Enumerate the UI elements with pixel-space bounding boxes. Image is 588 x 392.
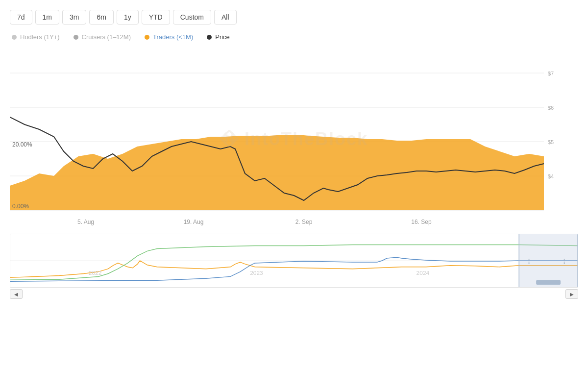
mini-chart[interactable]: 2022 2023 2024 ⁞ ⁞ — [10, 234, 578, 288]
cruisers-dot — [74, 35, 78, 40]
btn-7d[interactable]: 7d — [10, 10, 32, 24]
mini-chart-svg: 2022 2023 2024 ⁞ ⁞ — [10, 234, 578, 287]
traders-area — [10, 135, 544, 210]
price-label-4: $4 — [548, 173, 554, 179]
price-label-7: $7 — [548, 71, 554, 76]
legend-traders[interactable]: Traders (<1M) — [145, 33, 193, 41]
traders-dot — [145, 35, 149, 40]
btn-all[interactable]: All — [214, 10, 237, 24]
pct-label-20: 20.00% — [12, 141, 32, 148]
mini-year-2024: 2024 — [416, 270, 430, 277]
right-handle-icon[interactable]: ⁞ — [563, 257, 565, 266]
btn-6m[interactable]: 6m — [89, 10, 113, 24]
traders-label: Traders (<1M) — [153, 33, 193, 41]
time-range-selector: 7d 1m 3m 6m 1y YTD Custom All — [10, 10, 578, 24]
main-chart: 5. Aug 19. Aug 2. Sep 16. Sep 20.00% 0.0… — [10, 49, 578, 230]
nav-right-button[interactable]: ▶ — [565, 289, 578, 299]
bottom-handle[interactable] — [536, 280, 561, 285]
btn-custom[interactable]: Custom — [173, 10, 211, 24]
x-label-sep2: 2. Sep — [295, 219, 313, 225]
chart-nav: ◀ ▶ — [10, 289, 578, 299]
price-label: Price — [215, 33, 230, 41]
btn-1y[interactable]: 1y — [117, 10, 139, 24]
chart-legend: Hodlers (1Y+) Cruisers (1–12M) Traders (… — [10, 33, 578, 41]
btn-1m[interactable]: 1m — [35, 10, 59, 24]
legend-price[interactable]: Price — [207, 33, 230, 41]
legend-hodlers[interactable]: Hodlers (1Y+) — [12, 33, 60, 41]
legend-cruisers[interactable]: Cruisers (1–12M) — [74, 33, 131, 41]
mini-year-2022: 2022 — [89, 270, 102, 277]
hodlers-dot — [12, 35, 17, 40]
btn-ytd[interactable]: YTD — [142, 10, 170, 24]
price-label-6: $6 — [548, 105, 554, 111]
price-label-5: $5 — [548, 139, 554, 145]
x-label-aug5: 5. Aug — [77, 219, 94, 225]
btn-3m[interactable]: 3m — [62, 10, 86, 24]
mini-year-2023: 2023 — [250, 270, 263, 277]
left-handle-icon[interactable]: ⁞ — [528, 257, 530, 266]
pct-label-0: 0.00% — [12, 203, 29, 210]
price-dot — [207, 35, 212, 40]
hodlers-label: Hodlers (1Y+) — [20, 33, 60, 41]
main-chart-svg: 5. Aug 19. Aug 2. Sep 16. Sep 20.00% 0.0… — [10, 49, 578, 230]
x-label-aug19: 19. Aug — [184, 219, 204, 225]
nav-left-button[interactable]: ◀ — [10, 289, 23, 299]
x-label-sep16: 16. Sep — [411, 219, 432, 225]
cruisers-label: Cruisers (1–12M) — [82, 33, 131, 41]
